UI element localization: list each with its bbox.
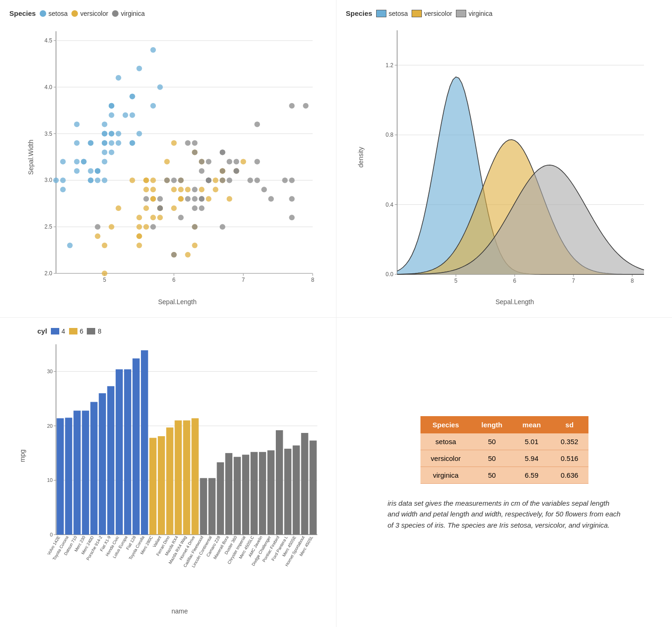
- svg-rect-238: [158, 436, 165, 535]
- svg-rect-246: [191, 418, 198, 535]
- svg-point-166: [171, 177, 177, 183]
- bar-legend-4: 4: [51, 327, 65, 335]
- table-row: virginica506.590.636: [420, 467, 588, 484]
- svg-point-150: [289, 196, 294, 202]
- svg-point-36: [60, 187, 66, 192]
- svg-point-133: [282, 177, 288, 183]
- versicolor-dot: [71, 10, 78, 17]
- svg-point-170: [157, 205, 163, 211]
- svg-text:10: 10: [47, 477, 53, 483]
- svg-point-86: [213, 187, 218, 192]
- svg-text:3.5: 3.5: [44, 131, 52, 137]
- virginica-label: virginica: [121, 10, 145, 17]
- density-setosa-rect: [376, 10, 386, 17]
- svg-text:8: 8: [630, 278, 634, 284]
- svg-point-161: [192, 196, 197, 202]
- col-species: Species: [420, 416, 471, 433]
- svg-rect-224: [99, 393, 106, 535]
- svg-point-57: [81, 159, 86, 164]
- density-svg: 56780.00.40.81.2: [376, 25, 653, 289]
- svg-text:30: 30: [47, 369, 53, 374]
- setosa-label: setosa: [49, 10, 68, 17]
- density-virginica-rect: [456, 10, 466, 17]
- svg-point-126: [109, 224, 114, 230]
- svg-point-162: [178, 215, 184, 220]
- cell-sd: 0.516: [551, 450, 588, 467]
- svg-point-51: [109, 150, 114, 155]
- table-row: versicolor505.940.516: [420, 450, 588, 467]
- cell-length: 50: [471, 467, 512, 484]
- svg-point-42: [157, 84, 163, 90]
- svg-point-31: [74, 168, 80, 174]
- svg-point-32: [102, 122, 107, 127]
- table-header-row: Species length mean sd: [420, 416, 588, 433]
- svg-text:4.0: 4.0: [44, 84, 52, 91]
- svg-text:2.5: 2.5: [44, 223, 52, 230]
- cell-sd: 0.636: [551, 467, 588, 484]
- svg-point-164: [192, 140, 197, 146]
- scatter-svg: 56782.02.53.03.54.04.5: [37, 25, 317, 289]
- svg-point-177: [164, 177, 170, 183]
- svg-rect-242: [175, 420, 182, 535]
- col-mean: mean: [512, 416, 551, 433]
- svg-point-117: [136, 224, 142, 230]
- svg-point-52: [88, 140, 93, 146]
- svg-point-64: [136, 131, 142, 137]
- svg-point-154: [185, 196, 190, 202]
- svg-point-145: [289, 103, 294, 109]
- cell-species: versicolor: [420, 450, 471, 467]
- svg-point-130: [247, 177, 253, 183]
- svg-point-127: [150, 196, 156, 202]
- bar-x-label: name: [171, 607, 188, 615]
- cell-length: 50: [471, 433, 512, 450]
- col-length: length: [471, 416, 512, 433]
- svg-point-169: [233, 168, 239, 174]
- svg-point-113: [171, 140, 177, 146]
- svg-text:5: 5: [455, 278, 458, 284]
- svg-rect-274: [309, 440, 316, 535]
- svg-point-45: [109, 131, 114, 137]
- svg-point-38: [130, 112, 135, 118]
- svg-point-157: [254, 177, 260, 183]
- svg-point-91: [178, 187, 184, 192]
- bar-svg: 0102030Volvo 142EToyota CoronaDatsun 710…: [37, 339, 322, 573]
- svg-point-106: [171, 187, 177, 192]
- svg-point-104: [227, 196, 232, 202]
- svg-point-122: [143, 205, 149, 211]
- svg-point-73: [88, 177, 93, 183]
- virginica-dot: [112, 10, 119, 17]
- svg-text:3.0: 3.0: [44, 177, 52, 183]
- svg-rect-228: [116, 369, 123, 535]
- svg-point-153: [254, 159, 260, 164]
- svg-point-85: [95, 233, 100, 239]
- svg-point-120: [157, 215, 163, 220]
- svg-point-173: [220, 177, 225, 183]
- density-setosa-label: setosa: [389, 10, 408, 17]
- svg-point-165: [199, 168, 204, 174]
- svg-point-81: [136, 243, 142, 248]
- svg-rect-258: [242, 455, 249, 535]
- svg-point-63: [102, 159, 107, 164]
- cell-species: setosa: [420, 433, 471, 450]
- svg-point-147: [171, 252, 177, 258]
- table-header: Species length mean sd: [420, 416, 588, 433]
- svg-point-69: [67, 243, 73, 248]
- bar-chart-quadrant: cyl 4 6 8 0102030Volvo 142EToyota Corona…: [0, 317, 336, 627]
- svg-point-60: [116, 75, 121, 81]
- svg-point-78: [240, 159, 246, 164]
- svg-point-96: [185, 252, 190, 258]
- svg-text:0: 0: [50, 532, 53, 537]
- svg-point-112: [130, 177, 135, 183]
- density-versicolor-label: versicolor: [424, 10, 452, 17]
- svg-rect-252: [217, 462, 224, 535]
- svg-point-74: [109, 103, 114, 109]
- svg-point-124: [150, 187, 156, 192]
- svg-point-92: [143, 187, 149, 192]
- density-plot-quadrant: Species setosa versicolor virginica 5678…: [336, 0, 672, 317]
- cyl4-rect: [51, 328, 59, 334]
- svg-rect-262: [259, 452, 266, 535]
- cell-mean: 5.01: [512, 433, 551, 450]
- svg-point-59: [130, 140, 135, 146]
- svg-text:0.4: 0.4: [385, 202, 393, 208]
- svg-text:6: 6: [513, 278, 517, 284]
